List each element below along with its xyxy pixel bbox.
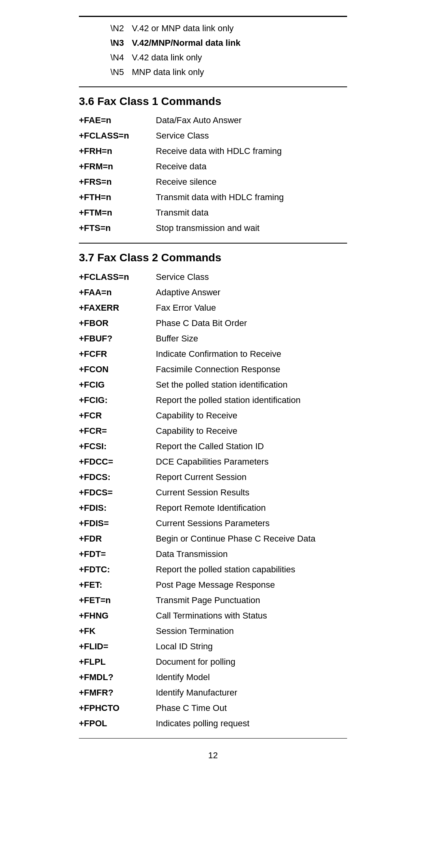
- cmd-label: +FPHCTO: [79, 700, 152, 716]
- cmd-label: +FET:: [79, 577, 152, 592]
- cmd-description: Fax Error Value: [152, 300, 347, 315]
- cmd-label: +FDIS=: [79, 516, 152, 531]
- n-table-row: \N5MNP data link only: [79, 65, 347, 79]
- cmd-label: +FBOR: [79, 315, 152, 331]
- cmd-description: Report the Called Station ID: [152, 439, 347, 454]
- cmd-row: +FAE=nData/Fax Auto Answer: [79, 112, 347, 128]
- cmd-label: +FLID=: [79, 639, 152, 654]
- cmd-label: +FCIG: [79, 377, 152, 392]
- cmd-label: +FK: [79, 623, 152, 639]
- cmd-description: Report Current Session: [152, 469, 347, 485]
- cmd-label: +FDT=: [79, 546, 152, 562]
- cmd-description: Post Page Message Response: [152, 577, 347, 592]
- cmd-description: Indicate Confirmation to Receive: [152, 346, 347, 362]
- cmd-label: +FCON: [79, 362, 152, 377]
- divider-37: [79, 243, 347, 244]
- cmd-row: +FMDL?Identify Model: [79, 669, 347, 685]
- cmd-row: +FCLASS=nService Class: [79, 128, 347, 143]
- cmd-description: Phase C Time Out: [152, 700, 347, 716]
- cmd-row: +FBORPhase C Data Bit Order: [79, 315, 347, 331]
- cmd-description: DCE Capabilities Parameters: [152, 454, 347, 469]
- cmd-description: Report Remote Identification: [152, 500, 347, 516]
- cmd-label: +FPOL: [79, 716, 152, 731]
- cmd-label: +FCLASS=n: [79, 269, 152, 285]
- cmd-row: +FCFRIndicate Confirmation to Receive: [79, 346, 347, 362]
- n-cmd: \N5: [79, 65, 124, 79]
- cmd-description: Transmit data with HDLC framing: [152, 189, 347, 205]
- cmd-row: +FPHCTOPhase C Time Out: [79, 700, 347, 716]
- n-cmd: \N4: [79, 50, 124, 65]
- n-table: \N2V.42 or MNP data link only\N3V.42/MNP…: [79, 17, 347, 79]
- cmd-label: +FDCC=: [79, 454, 152, 469]
- cmd-description: Service Class: [152, 128, 347, 143]
- cmd-row: +FDT=Data Transmission: [79, 546, 347, 562]
- cmd-label: +FLPL: [79, 654, 152, 669]
- cmd-description: Identify Model: [152, 669, 347, 685]
- cmd-label: +FRH=n: [79, 143, 152, 159]
- cmd-label: +FBUF?: [79, 331, 152, 346]
- cmd-row: +FDCS=Current Session Results: [79, 485, 347, 500]
- cmd-description: Current Session Results: [152, 485, 347, 500]
- cmd-label: +FTS=n: [79, 220, 152, 236]
- cmd-row: +FPOLIndicates polling request: [79, 716, 347, 731]
- cmd-row: +FCONFacsimile Connection Response: [79, 362, 347, 377]
- cmd-description: Transmit Page Punctuation: [152, 592, 347, 608]
- cmd-row: +FLPLDocument for polling: [79, 654, 347, 669]
- cmd-description: Local ID String: [152, 639, 347, 654]
- cmd-label: +FDTC:: [79, 562, 152, 577]
- cmd-row: +FDIS:Report Remote Identification: [79, 500, 347, 516]
- section-36-heading: 3.6 Fax Class 1 Commands: [79, 94, 347, 109]
- cmd-row: +FCSI:Report the Called Station ID: [79, 439, 347, 454]
- n-desc: V.42/MNP/Normal data link: [124, 36, 347, 50]
- cmd-description: Data/Fax Auto Answer: [152, 112, 347, 128]
- n-cmd: \N3: [79, 36, 124, 50]
- cmd-row: +FCIG:Report the polled station identifi…: [79, 392, 347, 408]
- cmd-row: +FBUF?Buffer Size: [79, 331, 347, 346]
- cmd-label: +FRS=n: [79, 174, 152, 189]
- cmd-label: +FHNG: [79, 608, 152, 623]
- bottom-divider: [79, 738, 347, 739]
- cmd-description: Phase C Data Bit Order: [152, 315, 347, 331]
- cmd-description: Buffer Size: [152, 331, 347, 346]
- cmd-label: +FAE=n: [79, 112, 152, 128]
- cmd-description: Current Sessions Parameters: [152, 516, 347, 531]
- cmd-row: +FKSession Termination: [79, 623, 347, 639]
- cmd-row: +FCIGSet the polled station identificati…: [79, 377, 347, 392]
- cmd-row: +FTM=nTransmit data: [79, 205, 347, 220]
- cmd-label: +FCFR: [79, 346, 152, 362]
- cmd-description: Call Terminations with Status: [152, 608, 347, 623]
- cmd-row: +FCR=Capability to Receive: [79, 423, 347, 439]
- cmd-description: Adaptive Answer: [152, 285, 347, 300]
- page-number: 12: [79, 750, 347, 761]
- cmd-description: Identify Manufacturer: [152, 685, 347, 700]
- n-cmd: \N2: [79, 21, 124, 36]
- cmd-description: Indicates polling request: [152, 716, 347, 731]
- cmd-description: Capability to Receive: [152, 408, 347, 423]
- cmd-description: Receive data with HDLC framing: [152, 143, 347, 159]
- cmd-label: +FRM=n: [79, 159, 152, 174]
- cmd-description: Set the polled station identification: [152, 377, 347, 392]
- cmd-row: +FAA=nAdaptive Answer: [79, 285, 347, 300]
- cmd-description: Report the polled station identification: [152, 392, 347, 408]
- section-37-heading: 3.7 Fax Class 2 Commands: [79, 251, 347, 265]
- cmd-row: +FDTC:Report the polled station capabili…: [79, 562, 347, 577]
- section-36-table: +FAE=nData/Fax Auto Answer+FCLASS=nServi…: [79, 112, 347, 236]
- n-desc: V.42 data link only: [124, 50, 347, 65]
- cmd-row: +FET=nTransmit Page Punctuation: [79, 592, 347, 608]
- cmd-description: Receive silence: [152, 174, 347, 189]
- cmd-label: +FAXERR: [79, 300, 152, 315]
- cmd-description: Service Class: [152, 269, 347, 285]
- n-table-row: \N3V.42/MNP/Normal data link: [79, 36, 347, 50]
- cmd-label: +FMFR?: [79, 685, 152, 700]
- n-desc: MNP data link only: [124, 65, 347, 79]
- cmd-label: +FDIS:: [79, 500, 152, 516]
- cmd-row: +FRS=nReceive silence: [79, 174, 347, 189]
- page: \N2V.42 or MNP data link only\N3V.42/MNP…: [71, 0, 355, 868]
- cmd-label: +FET=n: [79, 592, 152, 608]
- cmd-label: +FMDL?: [79, 669, 152, 685]
- cmd-row: +FMFR?Identify Manufacturer: [79, 685, 347, 700]
- cmd-description: Begin or Continue Phase C Receive Data: [152, 531, 347, 546]
- n-desc: V.42 or MNP data link only: [124, 21, 347, 36]
- section-37-table: +FCLASS=nService Class+FAA=nAdaptive Ans…: [79, 269, 347, 731]
- cmd-description: Session Termination: [152, 623, 347, 639]
